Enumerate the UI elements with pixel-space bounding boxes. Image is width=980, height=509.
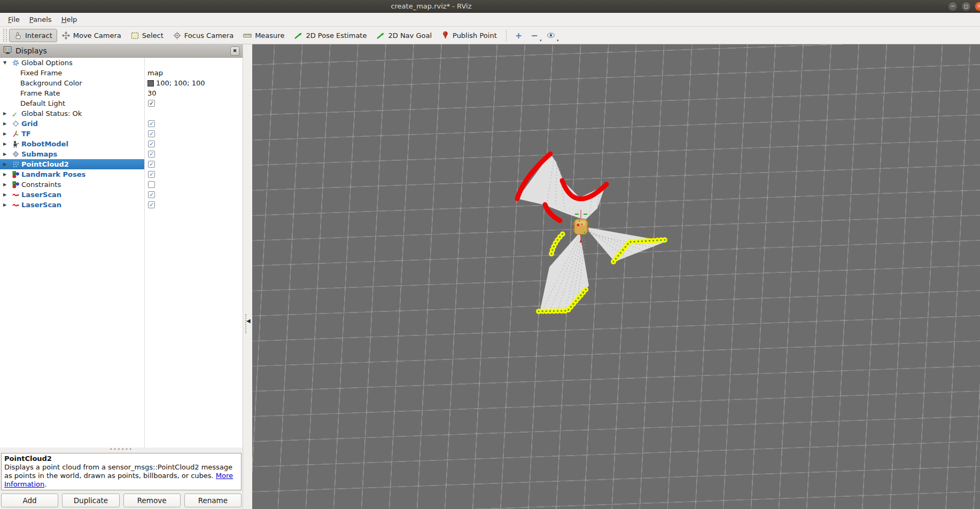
scene-render bbox=[252, 44, 980, 509]
tree-row-submaps[interactable]: ▶ Submaps ✓ bbox=[0, 149, 243, 159]
robot-icon bbox=[12, 140, 20, 148]
checkbox[interactable]: ✓ bbox=[148, 171, 155, 178]
move-icon bbox=[62, 32, 70, 40]
toolbar-drag-handle[interactable] bbox=[3, 29, 7, 42]
panel-splitter-handle[interactable]: •••••• bbox=[0, 448, 243, 453]
checkbox[interactable]: ✓ bbox=[148, 100, 155, 107]
tree-row-label: Grid bbox=[21, 119, 38, 129]
remove-button[interactable]: Remove bbox=[123, 494, 181, 507]
tree-row-label: RobotModel bbox=[21, 139, 68, 149]
tree-row-label: Submaps bbox=[21, 149, 57, 159]
tool-focus-camera[interactable]: Focus Camera bbox=[168, 29, 238, 42]
tree-row-laserscan-2[interactable]: ▶ LaserScan ✓ bbox=[0, 200, 243, 210]
tree-row-label: PointCloud2 bbox=[21, 159, 69, 169]
tool-publish-point[interactable]: Publish Point bbox=[437, 28, 502, 42]
expand-arrow-icon[interactable]: ▶ bbox=[3, 190, 6, 200]
display-description: PointCloud2 Displays a point cloud from … bbox=[1, 453, 242, 490]
tree-row-landmark-poses[interactable]: ▶ Landmark Poses ✓ bbox=[0, 169, 243, 179]
expand-arrow-icon[interactable]: ▶ bbox=[3, 108, 6, 119]
tree-row-tf[interactable]: ▶ TF ✓ bbox=[0, 129, 243, 139]
property-label: Fixed Frame bbox=[20, 68, 62, 78]
expand-arrow-icon[interactable]: ▶ bbox=[3, 200, 6, 210]
displays-panel: Displays ✖ ▼ Global Options Fixed Frame … bbox=[0, 44, 243, 509]
collapse-panel-icon[interactable]: ◀ bbox=[246, 318, 251, 324]
expand-arrow-icon[interactable]: ▼ bbox=[3, 58, 6, 68]
submaps-icon bbox=[12, 150, 20, 158]
duplicate-button[interactable]: Duplicate bbox=[62, 494, 119, 507]
expand-arrow-icon[interactable]: ▶ bbox=[3, 169, 6, 179]
color-swatch bbox=[147, 80, 154, 87]
tree-row-pointcloud2[interactable]: ▶ PointCloud2 ✓ bbox=[0, 159, 243, 169]
expand-arrow-icon[interactable]: ▶ bbox=[3, 119, 6, 129]
main-area: Displays ✖ ▼ Global Options Fixed Frame … bbox=[0, 44, 980, 509]
checkbox[interactable]: ✓ bbox=[148, 201, 155, 208]
tool-interact[interactable]: Interact bbox=[9, 29, 57, 42]
toolbar: Interact Move Camera Select Focus Camera… bbox=[0, 27, 980, 44]
tool-move-camera[interactable]: Move Camera bbox=[57, 29, 126, 42]
rename-button[interactable]: Rename bbox=[184, 494, 242, 507]
tool-measure[interactable]: Measure bbox=[238, 29, 289, 42]
menu-help[interactable]: Help bbox=[57, 14, 82, 25]
description-title: PointCloud2 bbox=[4, 455, 238, 463]
landmark-poses-icon bbox=[12, 170, 20, 178]
dropdown-arrow-icon: ▾ bbox=[557, 38, 559, 43]
window-controls: − ◻ ✕ bbox=[948, 2, 980, 11]
checkbox[interactable]: ✓ bbox=[148, 151, 155, 158]
tool-select[interactable]: Select bbox=[126, 29, 168, 42]
tree-row-constraints[interactable]: ▶ Constraints ✓ bbox=[0, 179, 243, 190]
tree-row-background-color[interactable]: Background Color 100; 100; 100 bbox=[0, 78, 243, 88]
expand-arrow-icon[interactable]: ▶ bbox=[3, 129, 6, 139]
tree-row-grid[interactable]: ▶ Grid ✓ bbox=[0, 119, 243, 129]
gear-icon bbox=[12, 59, 20, 67]
tree-row-frame-rate[interactable]: Frame Rate 30 bbox=[0, 88, 243, 98]
tree-row-global-status[interactable]: ▶ ✓ Global Status: Ok bbox=[0, 108, 243, 119]
expand-arrow-icon[interactable]: ▶ bbox=[3, 159, 6, 169]
maximize-button[interactable]: ◻ bbox=[961, 2, 971, 11]
display-actions: Add Duplicate Remove Rename bbox=[0, 490, 243, 507]
tool-2d-nav-goal[interactable]: 2D Nav Goal bbox=[371, 29, 437, 42]
checkbox[interactable]: ✓ bbox=[148, 161, 155, 168]
expand-arrow-icon[interactable]: ▶ bbox=[3, 139, 6, 149]
tree-row-default-light[interactable]: Default Light ✓ bbox=[0, 98, 243, 108]
tf-axes-icon bbox=[12, 130, 20, 138]
tool-visibility-button[interactable]: ▾ bbox=[542, 29, 559, 42]
description-text: Displays a point cloud from a sensor_msg… bbox=[4, 463, 232, 480]
tree-row-global-options[interactable]: ▼ Global Options bbox=[0, 58, 243, 68]
property-label: Frame Rate bbox=[20, 88, 60, 98]
panel-close-icon[interactable]: ✖ bbox=[230, 46, 239, 56]
expand-arrow-icon[interactable]: ▶ bbox=[3, 149, 6, 159]
tree-row-fixed-frame[interactable]: Fixed Frame map bbox=[0, 68, 243, 78]
laserscan-icon bbox=[12, 201, 20, 209]
displays-panel-header[interactable]: Displays ✖ bbox=[0, 44, 243, 58]
checkbox[interactable]: ✓ bbox=[148, 191, 155, 198]
pointcloud-icon bbox=[12, 160, 20, 168]
ruler-icon bbox=[243, 32, 252, 40]
3d-viewport[interactable] bbox=[252, 44, 980, 509]
expand-arrow-icon[interactable]: ▶ bbox=[3, 179, 6, 190]
tree-row-laserscan-1[interactable]: ▶ LaserScan ✓ bbox=[0, 190, 243, 200]
property-value[interactable]: map bbox=[147, 68, 163, 78]
menu-bar: File Panels Help bbox=[0, 13, 980, 27]
checkbox[interactable]: ✓ bbox=[148, 120, 155, 127]
panel-view-splitter[interactable]: ◀ bbox=[243, 44, 252, 509]
menu-panels[interactable]: Panels bbox=[25, 14, 57, 25]
tree-row-robotmodel[interactable]: ▶ RobotModel ✓ bbox=[0, 139, 243, 149]
splitter-dots bbox=[245, 314, 246, 333]
grid-display-icon bbox=[12, 120, 20, 128]
menu-file[interactable]: File bbox=[3, 14, 25, 25]
tree-row-label: LaserScan bbox=[21, 190, 61, 200]
map-pin-icon bbox=[441, 31, 449, 40]
property-value[interactable]: 30 bbox=[147, 88, 157, 98]
remove-tool-button[interactable]: −▾ bbox=[526, 29, 542, 42]
checkbox[interactable]: ✓ bbox=[148, 140, 155, 147]
checkbox[interactable]: ✓ bbox=[148, 130, 155, 137]
minimize-button[interactable]: − bbox=[948, 2, 958, 11]
property-value: 100; 100; 100 bbox=[156, 78, 205, 88]
tool-2d-pose-estimate[interactable]: 2D Pose Estimate bbox=[289, 29, 371, 42]
add-tool-button[interactable]: + bbox=[511, 29, 526, 42]
monitor-icon bbox=[3, 46, 12, 56]
checkbox[interactable]: ✓ bbox=[148, 181, 155, 188]
add-button[interactable]: Add bbox=[1, 494, 58, 507]
green-arrow-icon bbox=[294, 32, 302, 40]
close-button[interactable]: ✕ bbox=[975, 2, 980, 11]
